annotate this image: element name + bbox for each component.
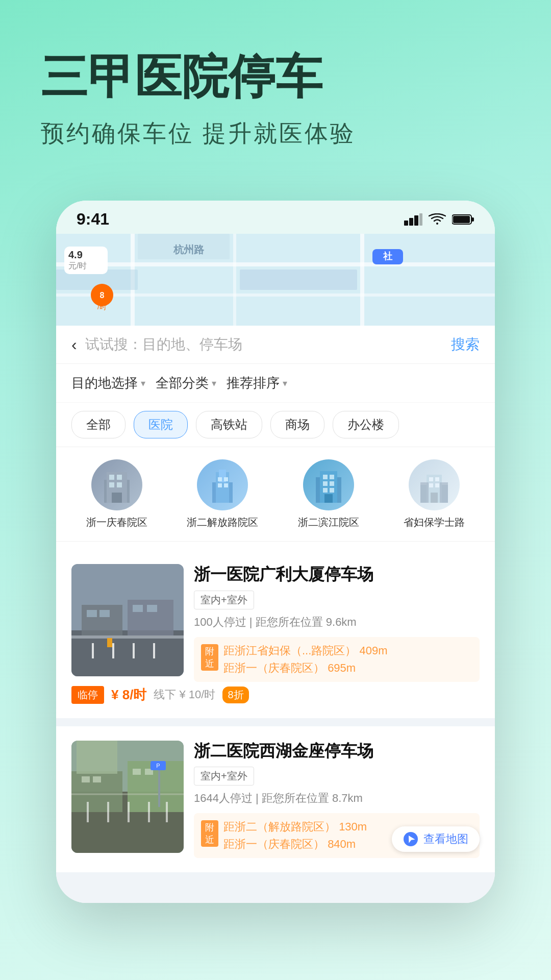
card-content-1: 浙一医院广利大厦停车场 室内+室外 100人停过 | 距您所在位置 9.6km … [194, 564, 480, 682]
back-button[interactable]: ‹ [71, 335, 77, 354]
svg-rect-28 [117, 475, 122, 480]
svg-rect-68 [133, 643, 135, 658]
filter-sort[interactable]: 推荐排序 ▾ [227, 374, 287, 392]
nearby-dist-1-0: 距浙江省妇保（...路院区） 409m [223, 643, 388, 658]
signal-icon [404, 213, 422, 226]
svg-text:/时: /时 [97, 303, 107, 311]
svg-rect-29 [109, 482, 114, 487]
card-image-1 [71, 564, 184, 676]
card-main-1: 浙一医院广利大厦停车场 室内+室外 100人停过 | 距您所在位置 9.6km … [71, 564, 480, 682]
svg-rect-59 [82, 605, 122, 635]
card-visitors-1: 100人停过 [194, 616, 246, 628]
parking-card-2[interactable]: P 浙二医院西湖金座停车场 室内+室外 1644人停过 | 距您所在位置 8.7… [56, 726, 495, 873]
filter-category-arrow: ▾ [212, 378, 216, 389]
svg-rect-46 [330, 488, 334, 493]
svg-rect-37 [218, 483, 222, 487]
nearby-dist-2-0: 距浙二（解放路院区） 130m [223, 819, 367, 835]
map-svg: 4.9 元/时 8 /时 社 杭州路 [56, 234, 495, 326]
filter-destination-arrow: ▾ [141, 378, 145, 389]
price-main-1: ¥ 8/时 [111, 686, 146, 704]
hospital-name-3: 浙二滨江院区 [298, 516, 359, 529]
search-button[interactable]: 搜索 [451, 335, 480, 354]
fade-overlay [56, 872, 495, 903]
hospital-name-1: 浙一庆春院区 [86, 516, 147, 529]
card-visitors-2: 1644人停过 [194, 792, 253, 804]
nearby-label-2: 附近 [201, 820, 218, 847]
svg-rect-53 [435, 483, 439, 487]
card-distance-1: 距您所在位置 9.6km [256, 616, 357, 628]
hospital-item-4[interactable]: 省妇保学士路 [384, 459, 485, 529]
svg-rect-6 [453, 216, 470, 223]
filter-destination[interactable]: 目的地选择 ▾ [71, 374, 145, 392]
hospital-item-2[interactable]: 浙二解放路院区 [172, 459, 273, 529]
cat-tab-mall[interactable]: 商场 [270, 411, 324, 438]
svg-rect-84 [148, 802, 150, 822]
nearby-distances-1: 距浙江省妇保（...路院区） 409m 距浙一（庆春院区） 695m [223, 643, 388, 676]
svg-rect-43 [323, 481, 328, 486]
parking-photo-svg-2: P [71, 741, 184, 853]
hospital-item-3[interactable]: 浙二滨江院区 [278, 459, 379, 529]
svg-rect-76 [82, 776, 90, 782]
parking-card-1[interactable]: 浙一医院广利大厦停车场 室内+室外 100人停过 | 距您所在位置 9.6km … [56, 550, 495, 718]
map-view-label: 查看地图 [423, 831, 468, 847]
nearby-dist-2-1: 距浙一（庆春院区） 840m [223, 837, 367, 852]
card-title-2: 浙二医院西湖金座停车场 [194, 741, 480, 762]
phone-mockup: 9:41 [56, 201, 495, 903]
hospital-item-1[interactable]: 浙一庆春院区 [66, 459, 167, 529]
nearby-label-1: 附近 [201, 644, 218, 671]
svg-rect-45 [323, 488, 328, 493]
svg-text:P: P [156, 763, 160, 769]
map-view-button[interactable]: 查看地图 [392, 826, 480, 852]
svg-rect-27 [109, 475, 114, 480]
hospital-avatar-4 [409, 459, 460, 510]
svg-rect-30 [117, 482, 122, 487]
cat-tab-hospital[interactable]: 医院 [134, 411, 188, 438]
hospital-building-1 [99, 467, 135, 503]
discount-badge-1: 8折 [222, 687, 248, 703]
svg-rect-65 [71, 635, 184, 639]
hospital-avatar-2 [197, 459, 248, 510]
svg-rect-61 [87, 610, 97, 617]
cat-tab-office[interactable]: 办公楼 [333, 411, 399, 438]
cat-tab-train[interactable]: 高铁站 [196, 411, 262, 438]
filter-category[interactable]: 全部分类 ▾ [156, 374, 216, 392]
hero-section: 三甲医院停车 预约确保车位 提升就医体验 [0, 0, 551, 180]
svg-rect-67 [112, 643, 114, 658]
svg-rect-82 [107, 802, 109, 822]
svg-rect-42 [330, 475, 334, 479]
wifi-icon [429, 213, 446, 226]
svg-rect-51 [435, 477, 439, 481]
svg-text:社: 社 [383, 251, 393, 261]
hero-title: 三甲医院停车 [41, 51, 510, 103]
hospital-row: 浙一庆春院区 浙二解放路院区 [56, 447, 495, 542]
card-meta-1: 100人停过 | 距您所在位置 9.6km [194, 615, 480, 630]
svg-rect-55 [420, 482, 429, 503]
svg-rect-83 [128, 802, 130, 822]
filter-sort-label: 推荐排序 [227, 374, 280, 392]
svg-rect-0 [404, 220, 408, 226]
svg-rect-63 [133, 605, 143, 612]
map-nav-icon [403, 831, 418, 847]
card-badge-1: 室内+室外 [194, 591, 254, 609]
hospital-building-2 [205, 467, 240, 503]
card-separator-2: | [256, 792, 262, 804]
nearby-dist-1-1: 距浙一（庆春院区） 695m [223, 660, 388, 676]
nearby-box-1: 附近 距浙江省妇保（...路院区） 409m 距浙一（庆春院区） 695m [194, 637, 480, 682]
svg-rect-50 [429, 477, 433, 481]
search-placeholder[interactable]: 试试搜：目的地、停车场 [85, 335, 443, 354]
svg-rect-41 [323, 475, 328, 479]
status-time: 9:41 [77, 210, 109, 229]
svg-text:4.9: 4.9 [68, 249, 83, 260]
card-distance-2: 距您所在位置 8.7km [262, 792, 363, 804]
svg-rect-69 [153, 643, 155, 658]
results-section: 浙一医院广利大厦停车场 室内+室外 100人停过 | 距您所在位置 9.6km … [56, 550, 495, 903]
nearby-distances-2: 距浙二（解放路院区） 130m 距浙一（庆春院区） 840m [223, 819, 367, 852]
status-icons [404, 213, 474, 226]
svg-text:8: 8 [100, 291, 105, 300]
svg-rect-78 [133, 769, 141, 775]
badge-row-1: 室内+室外 [194, 591, 480, 609]
hero-subtitle: 预约确保车位 提升就医体验 [41, 118, 510, 150]
svg-rect-52 [429, 483, 433, 487]
category-row: 全部 医院 高铁站 商场 办公楼 [56, 403, 495, 447]
cat-tab-all[interactable]: 全部 [71, 411, 126, 438]
